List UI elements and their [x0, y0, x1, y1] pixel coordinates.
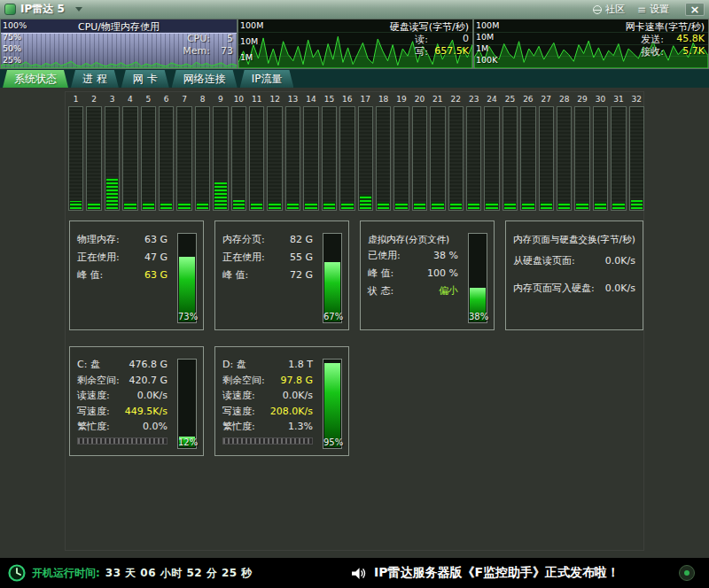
stat-value: 449.5K/s [125, 404, 168, 420]
monitor-strip: 100% 75% 50% 25% CPU/物理内存使用 CPU: 5 Mem: … [0, 19, 709, 69]
core-number: 30 [596, 95, 605, 106]
stat-row: 繁忙度:1.3% [222, 419, 313, 435]
core-usage-fill [595, 202, 606, 209]
stat-row: C: 盘476.8 G [77, 357, 168, 373]
stat-label: 繁忙度: [222, 419, 255, 435]
stat-label: D: 盘 [222, 357, 246, 373]
core-usage-fill [269, 202, 280, 209]
disk-d-panel: D: 盘1.8 T剩余空间:97.8 G读速度:0.0K/s写速度:208.0K… [214, 346, 349, 456]
panel-rows: 内存分页:82 G正在使用:55 G峰 值:72 G [222, 231, 313, 284]
core-usage-fill [522, 203, 534, 209]
core-usage-fill [197, 202, 208, 209]
stat-label: 发送: [641, 33, 664, 46]
core-usage-fill [486, 202, 497, 209]
cpu-core-16: 16 [339, 95, 354, 211]
tab-processes[interactable]: 进 程 [71, 70, 119, 88]
community-label: 社区 [605, 3, 625, 16]
usage-percent: 12% [178, 437, 196, 447]
uptime-value: 33 天 06 小时 52 分 25 秒 [105, 566, 253, 581]
busy-meter [77, 437, 168, 445]
core-number: 15 [324, 95, 334, 106]
tab-ip-traffic[interactable]: IP流量 [240, 70, 294, 88]
stat-label: 物理内存: [77, 231, 120, 249]
core-number: 27 [541, 95, 551, 106]
core-usage-bar [249, 106, 264, 211]
core-number: 22 [451, 95, 461, 106]
usage-percent: 73% [178, 312, 196, 321]
core-usage-bar [159, 106, 174, 211]
core-usage-fill [341, 203, 353, 209]
scale-label: 10M [476, 32, 494, 42]
tab-connections[interactable]: 网络连接 [172, 70, 238, 88]
stat-value: 38 % [433, 247, 458, 265]
stat-value: 208.0K/s [270, 404, 313, 420]
cpu-core-20: 20 [412, 95, 427, 211]
panel-rows: 物理内存:63 G正在使用:47 G峰 值:63 G [77, 231, 168, 284]
core-usage-fill [558, 203, 570, 209]
stat-label: 内存分页: [222, 231, 265, 249]
tab-nic[interactable]: 网 卡 [121, 70, 169, 88]
core-number: 9 [218, 95, 223, 106]
core-usage-bar [176, 106, 191, 211]
panel-rows: D: 盘1.8 T剩余空间:97.8 G读速度:0.0K/s写速度:208.0K… [222, 357, 313, 445]
cpu-core-15: 15 [322, 95, 337, 211]
cpu-core-7: 7 [176, 95, 191, 211]
core-number: 24 [487, 95, 496, 106]
announcement[interactable]: IP雷达服务器版《F监控助手》正式发布啦！ [351, 558, 619, 588]
stat-label: 峰 值: [77, 267, 103, 284]
scale-label: 25% [3, 55, 21, 65]
stat-value: 97.8 G [280, 373, 313, 389]
settings-label: 设置 [650, 3, 669, 16]
usage-bar-fill [324, 363, 340, 447]
stat-label: 繁忙度: [77, 419, 110, 435]
uptime-clock-icon [7, 563, 27, 583]
core-usage-bar [430, 106, 445, 211]
core-usage-fill [378, 202, 389, 209]
cpu-core-23: 23 [466, 95, 481, 211]
core-usage-fill [106, 178, 118, 209]
statusbar-right-icon[interactable] [679, 565, 695, 581]
usage-percent: 95% [323, 437, 341, 447]
core-usage-fill [214, 182, 226, 209]
stat-label: 读: [415, 33, 428, 46]
core-number: 11 [252, 95, 261, 106]
stat-value: 1.3% [288, 419, 313, 435]
cpu-core-31: 31 [611, 95, 626, 211]
core-number: 31 [613, 95, 623, 106]
cpu-core-17: 17 [358, 95, 373, 211]
close-button[interactable]: × [685, 3, 705, 16]
core-usage-fill [305, 203, 316, 209]
core-number: 25 [505, 95, 515, 106]
tab-system-status[interactable]: 系统状态 [3, 70, 68, 88]
core-usage-bar [303, 106, 318, 211]
scale-label: 75% [3, 32, 21, 42]
cpu-memory-monitor: 100% 75% 50% 25% CPU/物理内存使用 CPU: 5 Mem: … [0, 19, 238, 69]
disk-c-panel: C: 盘476.8 G剩余空间:420.7 G读速度:0.0K/s写速度:449… [69, 346, 204, 456]
menu-arrow-icon[interactable] [75, 7, 82, 12]
stat-label: 正在使用: [77, 249, 120, 267]
stat-value: 5.7K [664, 45, 705, 58]
stat-row: 峰 值:63 G [77, 267, 168, 284]
stat-value: 5 [210, 33, 233, 44]
stat-label: 读速度: [77, 388, 110, 404]
core-usage-fill [88, 203, 99, 209]
stat-label: 从硬盘读页面: [513, 247, 575, 275]
core-usage-fill [468, 203, 479, 209]
core-number: 1 [74, 95, 79, 106]
cpu-core-24: 24 [484, 95, 499, 211]
cpu-core-28: 28 [557, 95, 572, 211]
community-button[interactable]: 社区 [593, 3, 625, 16]
stat-value: 100 % [427, 265, 458, 282]
stat-label: CPU: [187, 33, 210, 44]
core-number: 14 [306, 95, 316, 106]
usage-bar: 73% [177, 233, 197, 323]
scale-label: 50% [3, 43, 21, 53]
core-number: 29 [577, 95, 587, 106]
scale-label: 100% [3, 20, 27, 30]
settings-button[interactable]: ≡ 设置 [637, 3, 669, 16]
core-usage-bar [412, 106, 427, 211]
stat-value: 0.0K/s [283, 388, 313, 404]
disk-io-monitor: 100M 10M 1M 硬盘读写(字节/秒) 读: 0 写: 657.5K [238, 19, 473, 69]
usage-bar: 67% [323, 233, 342, 323]
core-usage-bar [484, 106, 499, 211]
